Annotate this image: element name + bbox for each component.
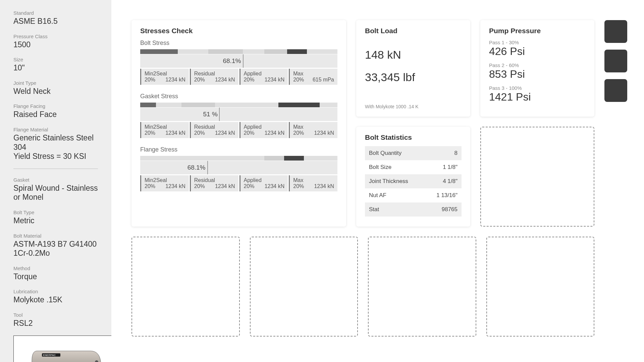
pump-pass: Pass 1 - 30%426 Psi	[489, 40, 586, 58]
stress-cell: Applied20%1234 kN	[239, 175, 288, 191]
placeholder-card	[250, 237, 358, 337]
stress-block: Gasket Stress51 %Min2Seal20%1234 kNResid…	[140, 93, 337, 138]
bolt-load-title: Bolt Load	[365, 27, 462, 35]
bolt-stats-card: Bolt Statistics Bolt Quantity8Bolt Size1…	[356, 127, 470, 227]
stress-percent: 68.1%	[187, 164, 206, 171]
stress-range-bar	[140, 156, 337, 161]
value-pressure-class: 1500	[13, 40, 98, 50]
pump-pressure-title: Pump Pressure	[489, 27, 586, 35]
placeholder-card	[486, 237, 595, 337]
table-row: Bolt Quantity8	[365, 146, 462, 160]
field-size: Size 10"	[13, 57, 98, 73]
table-row: Stat98765	[365, 202, 462, 217]
stress-label: Flange Stress	[140, 146, 337, 153]
value-tool: RSL2	[13, 319, 98, 328]
placeholder-card	[480, 127, 594, 227]
stress-block: Flange Stress68.1%Min2Seal20%1234 kNResi…	[140, 146, 337, 191]
stress-label: Bolt Stress	[140, 40, 337, 47]
pump-pass-label: Pass 2 - 60%	[489, 62, 586, 68]
field-method: Method Torque	[13, 265, 98, 282]
stress-indicator-bar: 68.1%	[140, 54, 337, 68]
value-flange-material-1: Generic Stainless Steel 304	[13, 133, 98, 152]
divider	[13, 169, 98, 169]
label-flange-material: Flange Material	[13, 127, 98, 132]
stress-percent: 68.1%	[223, 57, 241, 65]
value-standard: ASME B16.5	[13, 17, 98, 26]
stress-cell: Max20%615 mPa	[289, 69, 337, 85]
value-lubrication: Molykote .15K	[13, 295, 98, 305]
label-bolt-material: Bolt Material	[13, 233, 98, 239]
label-lubrication: Lubrication	[13, 289, 98, 294]
pump-pass-label: Pass 1 - 30%	[489, 40, 586, 45]
label-flange-facing: Flange Facing	[13, 103, 98, 109]
pump-pressure-card: Pump Pressure Pass 1 - 30%426 PsiPass 2 …	[480, 20, 594, 117]
bottom-row	[131, 237, 594, 337]
stresses-card: Stresses Check Bolt Stress68.1%Min2Seal2…	[131, 20, 346, 227]
label-bolt-type: Bolt Type	[13, 209, 98, 215]
label-method: Method	[13, 265, 98, 271]
label-size: Size	[13, 57, 98, 62]
stress-cell: Min2Seal20%1234 kN	[140, 122, 189, 138]
value-flange-material-2: Yield Stress = 30 KSI	[13, 152, 98, 161]
stress-indicator-bar: 68.1%	[140, 161, 337, 174]
pump-pass: Pass 2 - 60%853 Psi	[489, 62, 586, 80]
label-tool: Tool	[13, 312, 98, 318]
stress-cells: Min2Seal20%1234 kNResidual20%1234 kNAppl…	[140, 175, 337, 191]
value-size: 10"	[13, 63, 98, 73]
label-pressure-class: Pressure Class	[13, 34, 98, 39]
stress-cell: Applied20%1234 kN	[239, 122, 288, 138]
pump-pass-label: Pass 3 - 100%	[489, 85, 586, 91]
field-flange-material: Flange Material Generic Stainless Steel …	[13, 127, 98, 161]
field-flange-facing: Flange Facing Raised Face	[13, 103, 98, 119]
field-bolt-material: Bolt Material ASTM-A193 B7 G41400 1Cr-0.…	[13, 233, 98, 258]
svg-text:ENERPAC: ENERPAC	[43, 354, 56, 357]
value-bolt-type: Metric	[13, 216, 98, 226]
bolt-stats-table: Bolt Quantity8Bolt Size1 1/8"Joint Thick…	[365, 146, 462, 217]
value-gasket: Spiral Wound - Stainless or Monel	[13, 184, 98, 202]
stress-cells: Min2Seal20%1234 kNResidual20%1234 kNAppl…	[140, 122, 337, 138]
pump-pass-value: 426 Psi	[489, 45, 586, 58]
field-standard: Standard ASME B16.5	[13, 10, 98, 26]
stress-range-bar	[140, 103, 337, 107]
stress-cell: Min2Seal20%1234 kN	[140, 69, 189, 85]
action-button-1[interactable]	[604, 20, 627, 43]
stress-label: Gasket Stress	[140, 93, 337, 100]
right-buttons	[604, 20, 627, 352]
table-row: Joint Thickness4 1/8"	[365, 174, 462, 188]
field-tool: Tool RSL2	[13, 312, 98, 328]
stress-cell: Min2Seal20%1234 kN	[140, 175, 189, 191]
card-grid: Stresses Check Bolt Stress68.1%Min2Seal2…	[131, 20, 594, 352]
placeholder-card	[368, 237, 476, 337]
table-row: Bolt Size1 1/8"	[365, 160, 462, 174]
torque-wrench-icon: ENERPAC	[23, 343, 111, 362]
field-gasket: Gasket Spiral Wound - Stainless or Monel	[13, 177, 98, 202]
stress-cell: Max20%1234 kN	[289, 175, 337, 191]
value-flange-facing: Raised Face	[13, 110, 98, 119]
bolt-load-note: With Molykote 1000 .14 K	[365, 104, 462, 109]
bolt-load-kn: 148 kN	[365, 48, 462, 61]
stress-cell: Max20%1234 kN	[289, 122, 337, 138]
pump-pass: Pass 3 - 100%1421 Psi	[489, 85, 586, 103]
stress-cell: Applied20%1234 kN	[239, 69, 288, 85]
label-joint-type: Joint Type	[13, 80, 98, 86]
action-button-2[interactable]	[604, 50, 627, 72]
tool-image: ENERPAC	[13, 336, 111, 362]
label-gasket: Gasket	[13, 177, 98, 183]
stress-cell: Residual20%1234 kN	[190, 69, 238, 85]
field-bolt-type: Bolt Type Metric	[13, 209, 98, 226]
field-lubrication: Lubrication Molykote .15K	[13, 289, 98, 305]
value-bolt-material: ASTM-A193 B7 G41400 1Cr-0.2Mo	[13, 240, 98, 258]
field-pressure-class: Pressure Class 1500	[13, 34, 98, 50]
bolt-load-card: Bolt Load 148 kN 33,345 lbf With Molykot…	[356, 20, 470, 117]
stress-cell: Residual20%1234 kN	[190, 175, 238, 191]
stress-block: Bolt Stress68.1%Min2Seal20%1234 kNResidu…	[140, 40, 337, 85]
bolt-load-lbf: 33,345 lbf	[365, 71, 462, 84]
table-row: Nut AF1 13/16"	[365, 188, 462, 202]
sidebar: Standard ASME B16.5 Pressure Class 1500 …	[0, 0, 111, 362]
field-joint-type: Joint Type Weld Neck	[13, 80, 98, 96]
action-button-3[interactable]	[604, 79, 627, 102]
stress-cell: Residual20%1234 kN	[190, 122, 238, 138]
stresses-title: Stresses Check	[140, 27, 337, 35]
label-standard: Standard	[13, 10, 98, 16]
value-joint-type: Weld Neck	[13, 87, 98, 96]
